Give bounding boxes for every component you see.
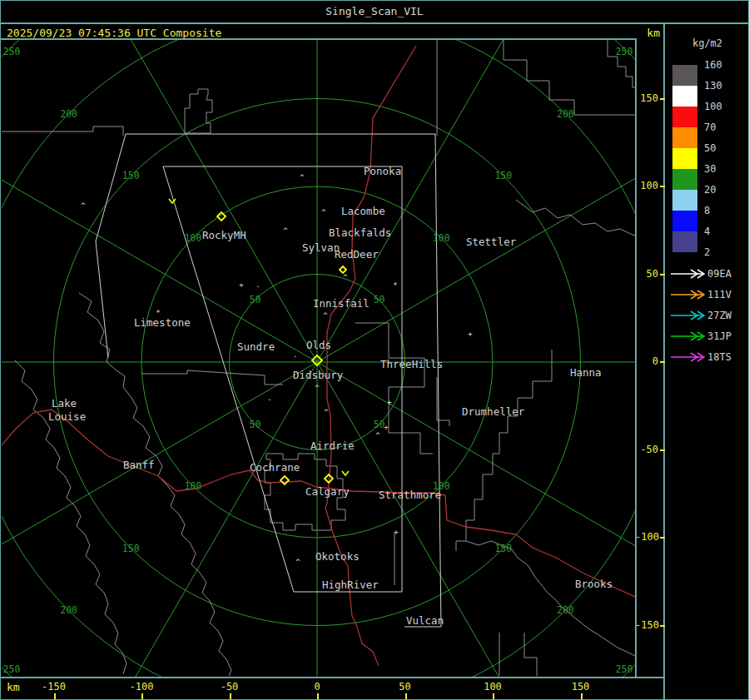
bottom-axis-tick: [493, 693, 494, 699]
county-boundary: [79, 293, 231, 676]
city-label: Banff: [123, 459, 155, 471]
ring-distance-label: 250: [3, 663, 21, 675]
radar-site-diamond: [280, 476, 289, 484]
county-boundary: [141, 370, 283, 385]
window-title: Single_Scan_VIL: [325, 5, 423, 17]
city-label: Drumheller: [462, 405, 525, 418]
bottom-axis-label: 50: [387, 681, 424, 693]
town-marker: +: [239, 280, 244, 289]
city-label: Louise: [48, 410, 86, 423]
ring-distance-label: 250: [3, 46, 21, 57]
right-axis-tick: [660, 274, 665, 276]
right-axis-tick: [660, 186, 665, 187]
town-marker: ^: [321, 208, 326, 216]
county-boundary: [2, 127, 123, 136]
legend-level-label: 20: [704, 184, 716, 196]
ring-distance-label: 250: [616, 663, 633, 675]
right-axis-unit: km: [635, 27, 660, 39]
city-label: Calgary: [305, 485, 350, 498]
right-axis-label: -50: [635, 444, 658, 455]
ring-distance-label: 100: [433, 232, 450, 244]
city-label: Lake: [52, 397, 77, 410]
legend-level-label: 4: [704, 226, 710, 237]
right-axis-label: 50: [635, 268, 658, 280]
ring-distance-label: 50: [374, 294, 385, 305]
track-id-label: 27ZW: [707, 310, 732, 321]
city-label: Sundre: [237, 340, 275, 353]
track-arrow-18TS: [669, 351, 707, 363]
right-axis-label: 150: [635, 92, 658, 104]
legend-swatch: [672, 211, 697, 231]
town-marker: ^: [295, 558, 300, 566]
scan-timestamp: 2025/09/23 07:45:36 UTC Composite: [7, 27, 221, 39]
city-label: Limestone: [134, 316, 191, 329]
bottom-axis-tick: [317, 693, 319, 699]
radar-coverage-outline: [96, 134, 441, 627]
ring-distance-label: 200: [60, 604, 77, 616]
bottom-axis-label: -50: [211, 681, 248, 693]
town-marker: *: [393, 281, 397, 290]
city-label: Didsbury: [293, 369, 344, 381]
title-bar: Single_Scan_VIL: [0, 0, 749, 24]
county-boundary: [466, 541, 635, 656]
legend-level-label: 8: [704, 205, 710, 216]
bottom-axis-label: -100: [123, 681, 160, 693]
town-marker: +: [394, 528, 399, 536]
county-boundary: [524, 633, 537, 676]
track-arrow-111V: [669, 289, 707, 300]
track-id-label: 31JP: [707, 330, 732, 342]
map-canvas: 5050505010010010010015015015015020020020…: [2, 40, 635, 678]
radial-spoke: [317, 40, 635, 362]
bottom-axis-label: -150: [36, 681, 72, 693]
legend-swatch: [672, 127, 697, 148]
county-boundary: [516, 200, 635, 236]
ring-distance-label: 150: [122, 543, 140, 554]
bottom-axis-label: 150: [563, 681, 599, 693]
right-axis-tick: [660, 361, 665, 363]
legend-swatch: [672, 107, 697, 127]
track-arrow-27ZW: [669, 310, 707, 321]
city-label: ThreeHills: [380, 358, 443, 370]
right-axis-tick: [660, 449, 665, 451]
town-marker: +: [384, 423, 389, 431]
city-label: Airdrie: [310, 439, 355, 452]
town-marker: ^: [81, 201, 86, 210]
city-label: Blackfalds: [329, 226, 391, 239]
city-label: Brooks: [575, 578, 613, 590]
right-axis-label: -100: [635, 531, 658, 543]
city-label: Ponoka: [364, 165, 401, 177]
ring-distance-label: 200: [557, 108, 574, 120]
right-axis-label: 100: [635, 180, 658, 191]
bottom-axis-label: 0: [299, 681, 335, 693]
bottom-axis-unit: km: [7, 681, 20, 693]
ring-distance-label: 100: [184, 232, 201, 244]
legend-swatch: [672, 231, 697, 252]
bottom-axis-tick: [141, 693, 143, 699]
track-arrow-31JP: [669, 330, 707, 342]
ring-distance-label: 150: [494, 170, 512, 181]
bottom-axis-tick: [581, 693, 583, 699]
radial-spoke: [2, 362, 317, 678]
legend-level-label: 100: [704, 101, 722, 112]
radar-coverage-outline: [96, 241, 108, 358]
city-label: Lacombe: [341, 205, 385, 217]
legend-level-label: 30: [704, 163, 716, 175]
track-id-label: 09EA: [707, 268, 732, 280]
town-marker: ^: [315, 384, 320, 392]
town-marker: ^: [375, 431, 380, 439]
city-label: Hanna: [570, 366, 602, 379]
highway: [325, 46, 416, 666]
legend-level-label: 2: [704, 246, 710, 258]
bottom-axis-tick: [230, 693, 231, 699]
town-marker: ^: [324, 408, 329, 416]
radar-site-diamond: [340, 266, 346, 273]
town-marker: ^: [283, 226, 288, 235]
town-marker: ^: [343, 273, 348, 281]
right-axis-tick: [660, 625, 665, 627]
city-label: Stettler: [466, 236, 517, 248]
city-label: Strathmore: [379, 489, 441, 501]
town-marker: ^: [323, 311, 328, 320]
radar-map: 5050505010010010010015015015015020020020…: [2, 40, 635, 678]
city-label: Vulcan: [406, 614, 444, 627]
ring-distance-label: 200: [60, 108, 77, 120]
